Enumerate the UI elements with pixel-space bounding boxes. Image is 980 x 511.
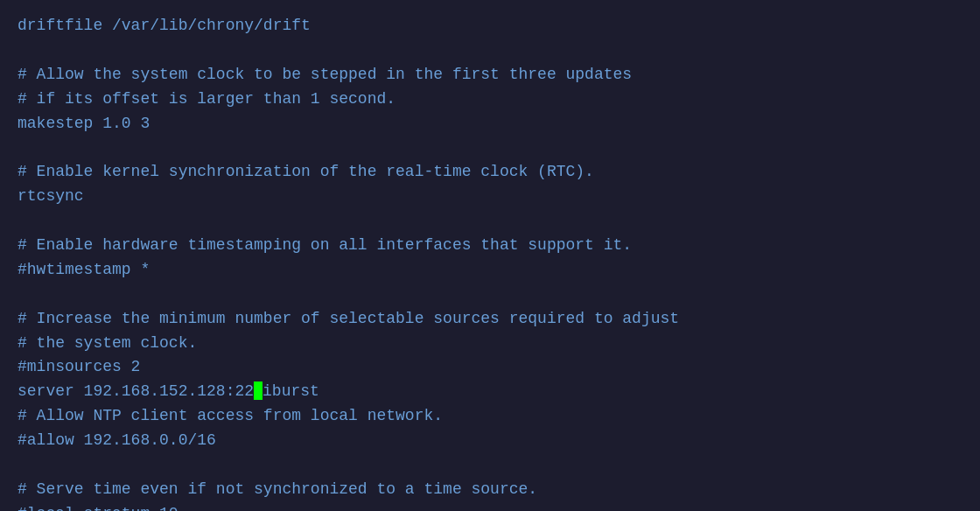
line-18: #allow 192.168.0.0/16 <box>18 429 962 453</box>
empty-line-5 <box>18 453 962 478</box>
line-20: # Serve time even if not synchronized to… <box>18 478 962 502</box>
line-5: makestep 1.0 3 <box>18 112 962 136</box>
line-14: # the system clock. <box>18 332 962 356</box>
line-10: # Enable hardware timestamping on all in… <box>18 234 962 258</box>
line-8: rtcsync <box>18 185 962 209</box>
empty-line-2 <box>18 136 962 160</box>
line-4: # if its offset is larger than 1 second. <box>18 88 962 112</box>
line-17: # Allow NTP client access from local net… <box>18 404 962 429</box>
line-15: #minsources 2 <box>18 355 962 380</box>
line-3: # Allow the system clock to be stepped i… <box>18 63 962 88</box>
terminal-window[interactable]: driftfile /var/lib/chrony/drift # Allow … <box>0 0 980 511</box>
cursor <box>254 382 262 401</box>
line-13: # Increase the minimum number of selecta… <box>18 307 962 332</box>
empty-line-1 <box>18 38 962 63</box>
empty-line-3 <box>18 209 962 234</box>
line-16: server 192.168.152.128:22iburst <box>18 380 962 404</box>
line-1: driftfile /var/lib/chrony/drift <box>18 14 962 38</box>
empty-line-4 <box>18 283 962 307</box>
line-7: # Enable kernel synchronization of the r… <box>18 160 962 185</box>
line-21: #local stratum 10 <box>18 502 962 511</box>
line-11: #hwtimestamp * <box>18 258 962 283</box>
